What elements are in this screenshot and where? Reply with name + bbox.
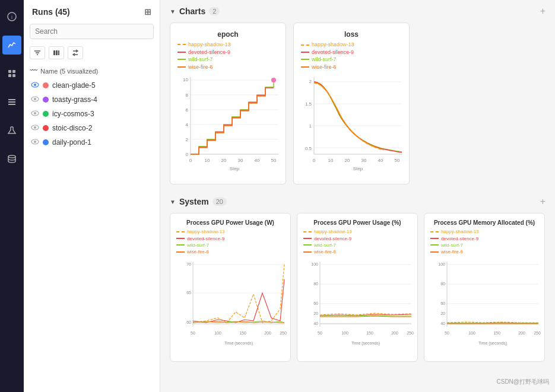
svg-text:10: 10 — [205, 158, 210, 163]
loss-chart-svg: 2 1.5 1 0.5 0 10 20 30 — [301, 74, 403, 175]
charts-add-button[interactable]: + — [540, 6, 546, 17]
main-content: ▼ Charts 2 + epoch happy-shadow-13 devot… — [160, 0, 555, 392]
svg-text:6: 6 — [186, 107, 189, 113]
svg-text:2: 2 — [309, 79, 312, 84]
svg-text:30: 30 — [361, 158, 367, 163]
svg-point-20 — [34, 84, 36, 86]
gpu-power-pct-title: Process GPU Power Usage (%) — [303, 219, 411, 226]
run-color-dot — [43, 111, 49, 117]
svg-point-50 — [271, 78, 276, 82]
run-eye-icon[interactable] — [31, 125, 39, 132]
svg-text:2: 2 — [186, 137, 189, 142]
svg-text:0: 0 — [186, 152, 189, 157]
gpu-mem-card: Process GPU Memory Allocated (%) happy-s… — [424, 213, 545, 362]
search-input[interactable] — [30, 24, 154, 39]
system-add-button[interactable]: + — [540, 196, 546, 207]
run-item[interactable]: icy-cosmos-3 — [24, 107, 160, 121]
gpu-power-pct-legend: happy-shadow-13 devoted-silence-9 wild-s… — [303, 228, 411, 255]
gpu-mem-legend: happy-shadow-13 devoted-silence-9 wild-s… — [430, 228, 538, 255]
svg-text:200: 200 — [391, 331, 398, 335]
system-count: 20 — [213, 197, 227, 206]
svg-text:150: 150 — [239, 331, 246, 335]
loss-chart-legend: happy-shadow-13 devoted-silence-9 wild-s… — [301, 41, 402, 71]
svg-point-10 — [8, 155, 15, 158]
svg-text:100: 100 — [468, 331, 475, 335]
run-color-dot — [43, 82, 49, 88]
flask-icon[interactable] — [2, 121, 21, 140]
run-item[interactable]: clean-glade-5 — [24, 78, 160, 93]
gpu-power-w-card: Process GPU Power Usage (W) happy-shadow… — [170, 213, 291, 362]
svg-text:Time (seconds): Time (seconds) — [478, 341, 507, 346]
database-icon[interactable] — [2, 149, 21, 168]
sidebar: Runs (45) ⊞ Name (5 visualized) — [24, 0, 160, 392]
run-name-label: clean-glade-5 — [52, 81, 96, 90]
sidebar-header: Runs (45) ⊞ — [24, 0, 160, 21]
svg-text:40: 40 — [378, 158, 383, 163]
run-eye-icon[interactable] — [31, 139, 39, 146]
sidebar-search-wrapper — [24, 21, 160, 44]
run-eye-icon[interactable] — [31, 110, 39, 117]
gpu-power-w-svg: 70 65 60 50 100 15 — [176, 259, 286, 353]
run-item[interactable]: daily-pond-1 — [24, 135, 160, 149]
svg-text:Time (seconds): Time (seconds) — [351, 341, 380, 346]
svg-text:50: 50 — [318, 331, 322, 335]
svg-text:80: 80 — [440, 282, 445, 286]
run-eye-icon[interactable] — [31, 96, 39, 103]
svg-rect-15 — [56, 50, 58, 55]
system-section-header: ▼ System 20 + — [170, 196, 546, 207]
svg-text:80: 80 — [313, 282, 318, 286]
svg-text:20: 20 — [221, 158, 227, 163]
svg-text:150: 150 — [366, 331, 373, 335]
columns-button[interactable] — [49, 46, 64, 59]
chart-icon[interactable] — [2, 36, 21, 55]
svg-text:250: 250 — [534, 331, 541, 335]
svg-rect-4 — [8, 74, 11, 77]
svg-text:100: 100 — [214, 331, 221, 335]
charts-section-header: ▼ Charts 2 + — [170, 6, 546, 17]
svg-text:Step: Step — [230, 166, 240, 171]
loss-chart-title: loss — [301, 30, 402, 39]
run-item[interactable]: stoic-disco-2 — [24, 121, 160, 135]
runs-list: clean-glade-5 toasty-grass-4 icy-cosmos-… — [24, 78, 160, 392]
svg-text:50: 50 — [445, 331, 449, 335]
epoch-chart-svg: 10 8 6 4 2 0 0 — [177, 74, 280, 175]
sidebar-collapse-icon[interactable]: ⊞ — [144, 7, 151, 17]
system-chevron[interactable]: ▼ — [170, 199, 176, 205]
gpu-mem-svg: 100 80 60 40 20 — [430, 259, 540, 353]
svg-text:50: 50 — [191, 331, 195, 335]
sidebar-section-header: Name (5 visualized) — [24, 64, 160, 78]
svg-point-26 — [34, 126, 36, 129]
svg-text:65: 65 — [186, 291, 191, 295]
gpu-power-w-legend: happy-shadow-13 devoted-silence-9 wild-s… — [176, 228, 284, 255]
run-name-label: daily-pond-1 — [52, 138, 91, 146]
run-item[interactable]: toasty-grass-4 — [24, 93, 160, 107]
svg-text:100: 100 — [311, 262, 318, 266]
charts-count: 2 — [209, 7, 220, 15]
svg-rect-14 — [53, 50, 55, 55]
svg-point-24 — [34, 112, 36, 114]
run-eye-icon[interactable] — [31, 82, 39, 89]
gpu-mem-title: Process GPU Memory Allocated (%) — [430, 219, 538, 226]
svg-text:20: 20 — [313, 311, 318, 315]
run-color-dot — [43, 125, 49, 131]
list-icon[interactable] — [2, 93, 21, 111]
svg-text:20: 20 — [345, 158, 350, 163]
svg-text:50: 50 — [271, 158, 277, 163]
svg-text:0: 0 — [189, 158, 192, 163]
svg-text:250: 250 — [280, 331, 287, 335]
svg-text:70: 70 — [186, 262, 191, 266]
svg-point-28 — [34, 141, 36, 143]
svg-text:200: 200 — [264, 331, 271, 335]
info-icon[interactable]: i — [2, 7, 21, 26]
svg-rect-3 — [12, 70, 15, 73]
loss-chart-card: loss happy-shadow-13 devoted-silence-9 w… — [293, 23, 410, 184]
svg-text:250: 250 — [407, 331, 414, 335]
charts-section: ▼ Charts 2 + epoch happy-shadow-13 devot… — [160, 0, 555, 190]
sort-button[interactable] — [68, 46, 83, 59]
filter-button[interactable] — [30, 46, 45, 59]
epoch-chart-title: epoch — [177, 30, 278, 39]
grid-icon[interactable] — [2, 64, 21, 83]
epoch-chart-legend: happy-shadow-13 devoted-silence-9 wild-s… — [177, 41, 278, 71]
charts-chevron[interactable]: ▼ — [170, 8, 176, 15]
sidebar-section-label: Name (5 visualized) — [40, 68, 98, 75]
